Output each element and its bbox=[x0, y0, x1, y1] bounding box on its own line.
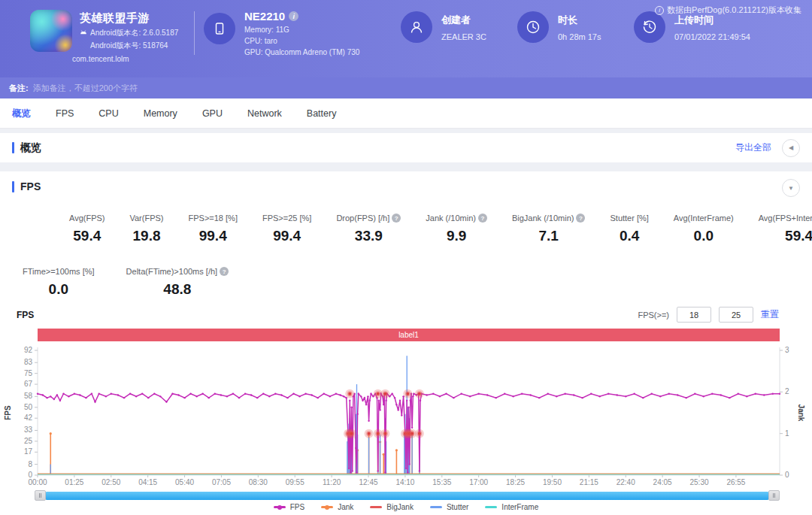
app-package: com.tencent.lolm bbox=[72, 55, 178, 63]
svg-text:12:45: 12:45 bbox=[359, 478, 377, 486]
svg-text:2: 2 bbox=[785, 387, 789, 395]
app-title: 英雄联盟手游 bbox=[80, 11, 178, 26]
svg-text:04:15: 04:15 bbox=[138, 478, 157, 486]
svg-text:15:35: 15:35 bbox=[432, 478, 451, 486]
svg-text:58: 58 bbox=[24, 392, 33, 400]
legend-item-Stutter[interactable]: Stutter bbox=[430, 503, 468, 511]
upload-time-block: 上传时间 07/01/2022 21:49:54 bbox=[634, 11, 750, 43]
metric-BigJank (/10min): BigJank (/10min)?7.1 bbox=[512, 214, 586, 244]
legend-item-InterFrame[interactable]: InterFrame bbox=[485, 503, 538, 511]
android-icon bbox=[80, 29, 87, 37]
metric-Avg(InterFrame): Avg(InterFrame)0.0 bbox=[674, 214, 734, 244]
info-circle-icon: i bbox=[655, 6, 664, 15]
help-icon[interactable]: ? bbox=[478, 214, 487, 223]
section-accent-bar bbox=[12, 181, 14, 192]
svg-text:FPS: FPS bbox=[4, 405, 12, 420]
help-icon[interactable]: ? bbox=[220, 267, 229, 276]
svg-text:83: 83 bbox=[24, 358, 33, 366]
svg-text:11:20: 11:20 bbox=[323, 478, 341, 486]
tab-CPU[interactable]: CPU bbox=[89, 98, 127, 129]
metric-label: Avg(FPS) bbox=[69, 214, 105, 223]
legend-swatch bbox=[430, 506, 442, 508]
duration-label: 时长 bbox=[558, 14, 601, 27]
tab-概览[interactable]: 概览 bbox=[3, 98, 40, 129]
svg-text:1: 1 bbox=[785, 429, 789, 438]
svg-text:17: 17 bbox=[24, 447, 33, 456]
svg-text:0: 0 bbox=[785, 471, 789, 479]
metric-value: 9.9 bbox=[426, 228, 487, 244]
user-icon bbox=[408, 19, 425, 35]
duration-block: 时长 0h 28m 17s bbox=[517, 11, 634, 43]
creator-value: ZEALER 3C bbox=[441, 32, 486, 41]
fps-chart-title: FPS bbox=[17, 310, 34, 320]
legend-item-BigJank[interactable]: BigJank bbox=[370, 503, 414, 511]
metric-label: Avg(FPS+InterFrame) bbox=[759, 214, 812, 223]
svg-text:67: 67 bbox=[24, 380, 33, 388]
legend-item-FPS[interactable]: FPS bbox=[274, 503, 304, 511]
device-memory: Memory: 11G bbox=[244, 26, 359, 34]
svg-text:05:40: 05:40 bbox=[175, 478, 194, 486]
svg-text:21:15: 21:15 bbox=[580, 478, 598, 486]
svg-text:33: 33 bbox=[24, 426, 33, 434]
svg-text:25: 25 bbox=[24, 437, 33, 445]
tab-Battery[interactable]: Battery bbox=[298, 98, 346, 129]
overview-section: 概览 导出全部 ◀ bbox=[0, 133, 812, 162]
svg-text:22:40: 22:40 bbox=[617, 478, 635, 486]
fps-threshold-input-2[interactable] bbox=[719, 307, 753, 323]
metric-value: 19.8 bbox=[129, 228, 163, 244]
svg-text:01:25: 01:25 bbox=[65, 478, 83, 486]
device-name: NE2210 bbox=[244, 10, 285, 23]
svg-text:25:30: 25:30 bbox=[690, 478, 709, 486]
svg-text:3: 3 bbox=[785, 346, 789, 354]
metric-value: 7.1 bbox=[512, 228, 586, 244]
help-icon[interactable]: ? bbox=[576, 214, 585, 223]
help-icon[interactable]: ? bbox=[392, 214, 401, 223]
overview-collapse-button[interactable]: ◀ bbox=[782, 139, 800, 157]
fps-threshold-input-1[interactable] bbox=[677, 307, 711, 323]
device-info-icon[interactable]: i bbox=[289, 11, 298, 21]
metric-value: 99.4 bbox=[262, 228, 311, 244]
scrollbar-left-handle[interactable] bbox=[35, 490, 46, 501]
legend-label: BigJank bbox=[386, 503, 414, 511]
metric-label: Jank (/10min) bbox=[426, 214, 476, 223]
upload-time-value: 07/01/2022 21:49:54 bbox=[674, 32, 750, 41]
tab-FPS[interactable]: FPS bbox=[47, 98, 83, 129]
tab-Memory[interactable]: Memory bbox=[135, 98, 186, 129]
svg-text:00:00: 00:00 bbox=[28, 478, 47, 486]
scrollbar-track[interactable] bbox=[46, 492, 768, 500]
scrollbar-right-handle[interactable] bbox=[768, 490, 780, 501]
fps-chart-svg: 9283756758504233251780321000:0001:2502:5… bbox=[0, 341, 812, 489]
export-all-link[interactable]: 导出全部 bbox=[735, 141, 771, 154]
fps-section: FPS ▼ Avg(FPS)59.4Var(FPS)19.8FPS>=18 [%… bbox=[0, 171, 812, 515]
note-input[interactable] bbox=[33, 83, 803, 92]
android-version-code: Android版本号: 518764 bbox=[90, 41, 168, 51]
svg-text:50: 50 bbox=[24, 403, 33, 411]
fps-threshold-controls: FPS(>=) 重置 bbox=[638, 307, 779, 323]
legend-swatch bbox=[485, 506, 497, 508]
svg-text:18:25: 18:25 bbox=[506, 478, 525, 486]
legend-item-Jank[interactable]: Jank bbox=[321, 503, 353, 511]
clock-icon bbox=[525, 19, 541, 35]
metric-Stutter [%]: Stutter [%]0.4 bbox=[610, 214, 648, 244]
metric-FPS>=18 [%]: FPS>=18 [%]99.4 bbox=[189, 214, 238, 244]
svg-text:09:55: 09:55 bbox=[286, 478, 304, 486]
svg-text:24:05: 24:05 bbox=[653, 478, 672, 486]
svg-text:26:55: 26:55 bbox=[726, 478, 745, 486]
chart-scrollbar bbox=[35, 490, 780, 501]
fps-collapse-button[interactable]: ▼ bbox=[782, 179, 800, 197]
reset-link[interactable]: 重置 bbox=[761, 308, 779, 321]
metric-label: FTime>=100ms [%] bbox=[23, 267, 95, 276]
tab-bar: 概览FPSCPUMemoryGPUNetworkBattery bbox=[0, 98, 812, 129]
tab-GPU[interactable]: GPU bbox=[193, 98, 232, 129]
overview-title: 概览 bbox=[20, 141, 41, 155]
metric-label: Var(FPS) bbox=[129, 214, 163, 223]
fps-threshold-label: FPS(>=) bbox=[638, 311, 669, 320]
tab-Network[interactable]: Network bbox=[238, 98, 291, 129]
metric-Var(FPS): Var(FPS)19.8 bbox=[129, 214, 163, 244]
svg-text:Jank: Jank bbox=[797, 404, 805, 422]
metric-Avg(FPS+InterFrame): Avg(FPS+InterFrame)59.4 bbox=[759, 214, 812, 244]
device-gpu: GPU: Qualcomm Adreno (TM) 730 bbox=[244, 48, 359, 56]
device-cpu: CPU: taro bbox=[244, 37, 359, 45]
svg-text:92: 92 bbox=[24, 346, 33, 354]
legend-swatch bbox=[370, 506, 382, 508]
